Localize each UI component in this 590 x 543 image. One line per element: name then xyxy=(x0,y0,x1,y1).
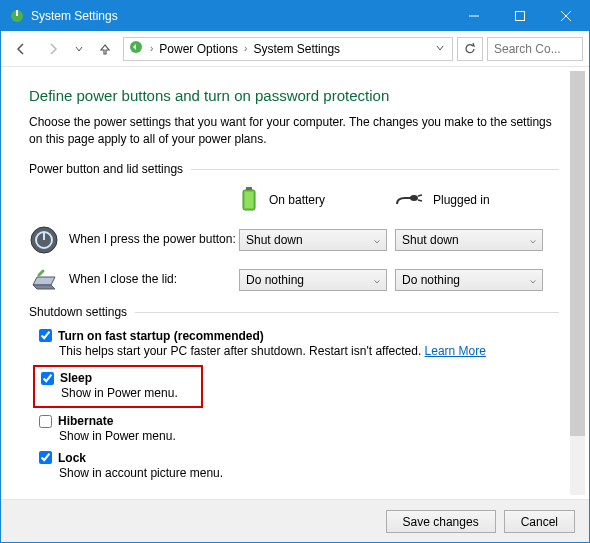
lock-item: Lock Show in account picture menu. xyxy=(39,451,559,482)
fast-startup-item: Turn on fast startup (recommended) This … xyxy=(39,329,559,360)
lid-label: When I close the lid: xyxy=(69,272,177,286)
fast-startup-checkbox[interactable] xyxy=(39,329,52,342)
power-button-plugged-select[interactable]: Shut down⌵ xyxy=(395,229,543,251)
sleep-highlight: Sleep Show in Power menu. xyxy=(33,365,203,408)
app-icon xyxy=(9,8,25,24)
svg-line-4 xyxy=(561,11,571,21)
svg-point-10 xyxy=(410,195,418,201)
breadcrumb-power-options[interactable]: Power Options xyxy=(159,42,238,56)
chevron-right-icon: › xyxy=(242,43,249,54)
hibernate-checkbox[interactable] xyxy=(39,415,52,428)
save-changes-button[interactable]: Save changes xyxy=(386,510,496,533)
refresh-button[interactable] xyxy=(457,37,483,61)
lid-plugged-select[interactable]: Do nothing⌵ xyxy=(395,269,543,291)
page-heading: Define power buttons and turn on passwor… xyxy=(29,87,559,104)
svg-rect-3 xyxy=(516,12,525,21)
svg-line-5 xyxy=(561,11,571,21)
section-power-title: Power button and lid settings xyxy=(29,162,559,176)
lid-battery-select[interactable]: Do nothing⌵ xyxy=(239,269,387,291)
cancel-button[interactable]: Cancel xyxy=(504,510,575,533)
breadcrumb-dropdown[interactable] xyxy=(432,43,448,54)
maximize-button[interactable] xyxy=(497,1,543,31)
breadcrumb-system-settings[interactable]: System Settings xyxy=(253,42,340,56)
svg-line-11 xyxy=(418,195,422,196)
learn-more-link[interactable]: Learn More xyxy=(425,344,486,358)
nav-bar: › Power Options › System Settings xyxy=(1,31,589,67)
scrollbar-thumb[interactable] xyxy=(570,71,585,436)
forward-button[interactable] xyxy=(39,37,67,61)
chevron-down-icon: ⌵ xyxy=(530,274,536,285)
svg-rect-1 xyxy=(16,10,18,16)
plug-icon xyxy=(395,190,423,211)
power-button-battery-select[interactable]: Shut down⌵ xyxy=(239,229,387,251)
scrollbar[interactable] xyxy=(570,71,585,495)
window-title: System Settings xyxy=(31,9,451,23)
col-plugged-in: Plugged in xyxy=(395,186,551,215)
search-input[interactable] xyxy=(487,37,583,61)
content-area: Define power buttons and turn on passwor… xyxy=(1,67,589,499)
lid-icon xyxy=(29,265,59,295)
back-button[interactable] xyxy=(7,37,35,61)
chevron-down-icon: ⌵ xyxy=(530,234,536,245)
minimize-button[interactable] xyxy=(451,1,497,31)
sleep-checkbox[interactable] xyxy=(41,372,54,385)
power-button-icon xyxy=(29,225,59,255)
power-button-label: When I press the power button: xyxy=(69,232,236,246)
breadcrumb-bar[interactable]: › Power Options › System Settings xyxy=(123,37,453,61)
chevron-down-icon: ⌵ xyxy=(374,234,380,245)
close-button[interactable] xyxy=(543,1,589,31)
title-bar: System Settings xyxy=(1,1,589,31)
battery-icon xyxy=(239,186,259,215)
svg-line-12 xyxy=(418,200,422,201)
col-on-battery: On battery xyxy=(239,186,395,215)
control-panel-icon xyxy=(128,39,144,58)
recent-dropdown[interactable] xyxy=(71,37,87,61)
footer-bar: Save changes Cancel xyxy=(1,499,589,543)
page-description: Choose the power settings that you want … xyxy=(29,114,559,148)
up-button[interactable] xyxy=(91,37,119,61)
chevron-right-icon[interactable]: › xyxy=(148,43,155,54)
lock-checkbox[interactable] xyxy=(39,451,52,464)
section-shutdown-title: Shutdown settings xyxy=(29,305,559,319)
svg-rect-9 xyxy=(245,192,253,208)
hibernate-item: Hibernate Show in Power menu. xyxy=(39,414,559,445)
chevron-down-icon: ⌵ xyxy=(374,274,380,285)
